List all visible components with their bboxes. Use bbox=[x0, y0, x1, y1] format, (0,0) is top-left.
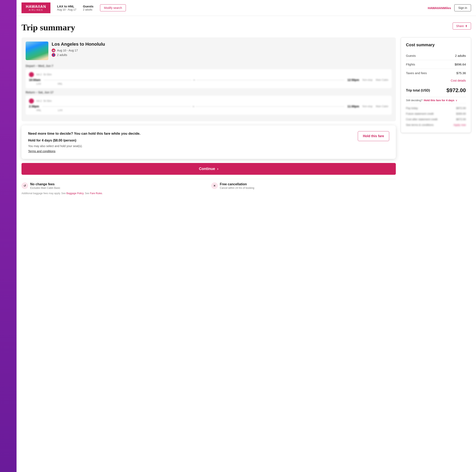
hold-fare-text: Need more time to decide? You can hold t… bbox=[28, 131, 353, 153]
cost-summary-title: Cost summary bbox=[406, 43, 466, 47]
logo: HAWAIIAN AIRLINES bbox=[21, 2, 51, 13]
continue-btn-wrapper: Continue › bbox=[21, 163, 396, 175]
trip-total-row: Trip total (USD) $972.00 bbox=[406, 84, 466, 97]
return-arrive-time: 11:00pm bbox=[347, 105, 359, 108]
flight-num-dur-depart: HA 2 5h 50m bbox=[36, 73, 52, 76]
flights-cost-value: $896.64 bbox=[455, 63, 466, 66]
pay-today-label: Pay today bbox=[406, 107, 418, 110]
future-credit-value: $300.00 bbox=[456, 112, 466, 115]
page-title: Trip summary bbox=[21, 22, 75, 33]
airline-icon-return bbox=[29, 98, 34, 103]
hold-fare-heading: Need more time to decide? You can hold t… bbox=[28, 131, 353, 136]
flight-route: LAX to HNL bbox=[57, 4, 76, 8]
cost-details-link[interactable]: Cost details bbox=[406, 77, 466, 84]
page-title-row: Trip summary Share ⬆ bbox=[21, 22, 471, 33]
trip-dates-meta: 📅 Aug 10 - Aug 17 bbox=[52, 49, 392, 52]
terms-label: See terms & conditions bbox=[406, 123, 434, 126]
trip-total-value: $972.00 bbox=[446, 87, 466, 94]
cost-summary-card: Cost summary Guests 2 adults Flights $89… bbox=[401, 37, 471, 133]
share-button[interactable]: Share ⬆ bbox=[453, 22, 471, 30]
hold-fare-banner: Still deciding? Hold this fare for 4 day… bbox=[406, 97, 466, 103]
after-credit-row: Cost after statement credit $672.00 bbox=[406, 116, 466, 122]
cost-breakdown: Pay today $972.00 Future statement credi… bbox=[406, 103, 466, 128]
after-credit-value: $672.00 bbox=[456, 118, 466, 121]
airline-icon-depart bbox=[29, 72, 34, 77]
deciding-text: Still deciding? bbox=[406, 99, 423, 102]
flight-info: LAX to HNL Aug 10 - Aug 17 bbox=[57, 4, 76, 11]
benefit-sub-0: Excludes Main Cabin Basic bbox=[30, 187, 60, 189]
guests-info: Guests 2 adults bbox=[83, 4, 93, 11]
hawaiian-miles-text: HAWAIIANMiles bbox=[428, 6, 451, 10]
future-credit-row: Future statement credit $300.00 bbox=[406, 111, 466, 116]
depart-flight-dur: 5h 50m bbox=[43, 73, 52, 76]
modify-search-button[interactable]: Modify search bbox=[100, 4, 126, 11]
pay-today-row: Pay today $972.00 bbox=[406, 105, 466, 111]
continue-label: Continue bbox=[199, 167, 215, 171]
left-panel: Los Angeles to Honolulu 📅 Aug 10 - Aug 1… bbox=[21, 37, 396, 195]
depart-time: 10:00am bbox=[29, 78, 40, 81]
terms-conditions-link[interactable]: Terms and conditions bbox=[28, 149, 55, 153]
hold-duration: Hold for 4 days ($8.00 /person) bbox=[28, 139, 353, 142]
return-header: Return – Sat, Jun 17 bbox=[26, 91, 392, 94]
benefit-free-cancellation: ✕ Free cancellation Cancel within 24 hrs… bbox=[211, 182, 396, 189]
benefit-title-0: No change fees bbox=[30, 182, 60, 186]
free-cancellation-icon: ✕ bbox=[211, 182, 218, 189]
right-panel: Cost summary Guests 2 adults Flights $89… bbox=[401, 37, 471, 195]
return-to-airport: LAX bbox=[58, 109, 63, 112]
apply-now-link[interactable]: Apply now bbox=[454, 123, 466, 126]
pay-today-value: $972.00 bbox=[456, 107, 466, 110]
return-stop: Non-stop bbox=[362, 105, 373, 108]
trip-dates-text: Aug 10 - Aug 17 bbox=[57, 49, 78, 52]
trip-card: Los Angeles to Honolulu 📅 Aug 10 - Aug 1… bbox=[21, 37, 396, 121]
benefit-no-change-fees: ↺ No change fees Excludes Main Cabin Bas… bbox=[21, 182, 206, 189]
benefits-row: ↺ No change fees Excludes Main Cabin Bas… bbox=[21, 179, 396, 189]
person-icon: 👤 bbox=[52, 53, 55, 57]
after-credit-label: Cost after statement credit bbox=[406, 118, 437, 121]
taxes-cost-value: $75.36 bbox=[456, 71, 466, 75]
cost-row-taxes: Taxes and fees $75.36 bbox=[406, 69, 466, 77]
flight-num-dur-return: HA 2 5h 50m bbox=[36, 99, 52, 102]
guests-cost-label: Guests bbox=[406, 54, 416, 57]
cost-row-guests: Guests 2 adults bbox=[406, 51, 466, 60]
return-flight-dur: 5h 50m bbox=[43, 99, 52, 102]
footnote: Additional baggage fees may apply. See B… bbox=[21, 192, 396, 195]
depart-cabin: Main Cabin bbox=[376, 79, 388, 81]
trip-meta: 📅 Aug 10 - Aug 17 👤 2 adults bbox=[52, 49, 392, 57]
trip-image bbox=[26, 42, 48, 60]
return-from-airport: HNL bbox=[36, 109, 41, 112]
return-cabin: Main Cabin bbox=[376, 105, 388, 108]
continue-button[interactable]: Continue › bbox=[21, 163, 396, 175]
share-label: Share bbox=[456, 24, 464, 28]
chevron-down-icon: ∨ bbox=[456, 99, 457, 102]
share-icon: ⬆ bbox=[465, 24, 468, 28]
trip-header: Los Angeles to Honolulu 📅 Aug 10 - Aug 1… bbox=[26, 42, 392, 60]
miles-suffix: Miles bbox=[443, 6, 451, 10]
logo-sub-text: AIRLINES bbox=[29, 9, 43, 11]
flight-dates: Aug 10 - Aug 17 bbox=[57, 8, 76, 11]
return-depart-time: 2:30pm bbox=[29, 105, 39, 108]
guests-label: Guests bbox=[83, 4, 93, 8]
trip-route-title: Los Angeles to Honolulu bbox=[52, 42, 392, 47]
header-right: HAWAIIANMiles Sign in bbox=[428, 4, 471, 11]
flights-cost-label: Flights bbox=[406, 63, 415, 66]
hold-fare-days-link[interactable]: Hold this fare for 4 days bbox=[424, 99, 454, 102]
return-flight-row: HA 2 5h 50m 2:30pm → bbox=[26, 96, 392, 115]
sign-in-button[interactable]: Sign in bbox=[454, 4, 471, 11]
depart-flight-row: HA 2 5h 50m 10:00am → bbox=[26, 69, 392, 88]
benefit-title-1: Free cancellation bbox=[220, 182, 255, 186]
depart-from-airport: LAX bbox=[36, 82, 41, 85]
depart-flight-num: HA 2 bbox=[36, 73, 42, 76]
fare-rules-link[interactable]: Fare Rules bbox=[90, 192, 102, 195]
hold-subtext: You may also select and hold your seat(s… bbox=[28, 144, 353, 148]
trip-guests-meta: 👤 2 adults bbox=[52, 53, 392, 57]
trip-guests-text: 2 adults bbox=[57, 53, 67, 57]
return-flight-num: HA 2 bbox=[36, 99, 42, 102]
hold-this-fare-button[interactable]: Hold this fare bbox=[358, 131, 389, 141]
guests-cost-value: 2 adults bbox=[455, 54, 466, 57]
logo-main-text: HAWAIIAN bbox=[26, 4, 46, 9]
baggage-policy-link[interactable]: Baggage Policy bbox=[66, 192, 84, 195]
page-content: Trip summary Share ⬆ bbox=[17, 16, 476, 201]
depart-stop: Non-stop bbox=[362, 79, 373, 81]
guests-count: 2 adults bbox=[83, 8, 93, 11]
no-change-fees-icon: ↺ bbox=[21, 182, 28, 189]
